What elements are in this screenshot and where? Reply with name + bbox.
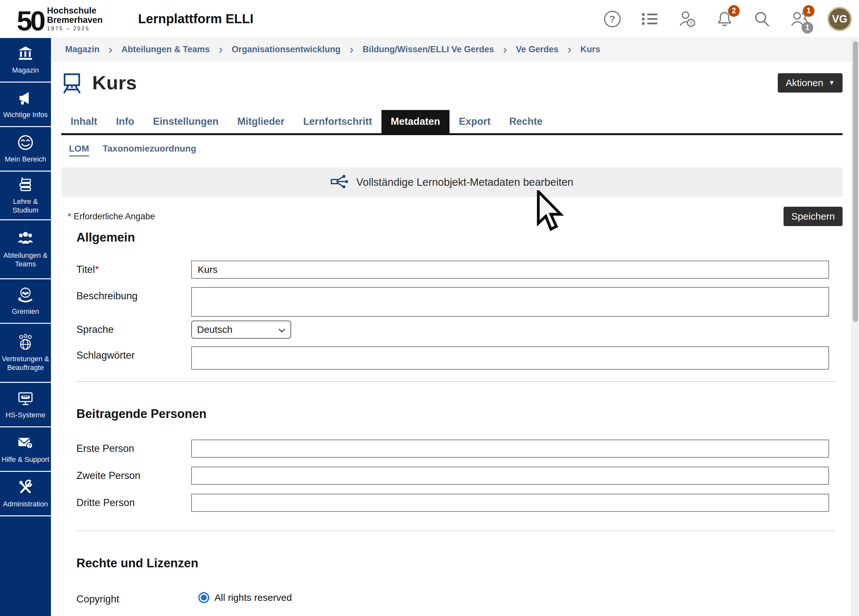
subtab-taxonomiezuordnung[interactable]: Taxonomiezuordnung [103, 144, 196, 156]
sidebar: Magazin Wichtige Infos Mein Bereich Lehr… [0, 38, 51, 616]
sub-tab-bar: LOM Taxonomiezuordnung [69, 144, 843, 156]
sprache-select[interactable]: Deutsch [191, 321, 291, 339]
university-logo[interactable]: 50 Hochschule Bremerhaven 1975 – 2025 [17, 6, 103, 31]
erste-person-label: Erste Person [61, 439, 191, 454]
megaphone-icon [17, 89, 34, 107]
tools-icon [17, 478, 34, 496]
actions-button-label: Aktionen [786, 77, 823, 88]
search-icon[interactable] [753, 10, 771, 28]
breadcrumb-separator: › [219, 44, 223, 55]
tab-mitglieder[interactable]: Mitglieder [228, 110, 294, 133]
beschreibung-textarea[interactable] [191, 287, 829, 317]
sidebar-item-administration[interactable]: Administration [0, 472, 51, 516]
section-allgemein: Allgemein [77, 231, 843, 244]
beschreibung-label: Beschreibung [61, 287, 191, 302]
scrollbar [851, 38, 859, 616]
help-icon[interactable]: ? [603, 10, 622, 28]
people-group-icon [17, 230, 34, 247]
required-note: *Erforderliche Angabe [68, 211, 155, 222]
svg-text:?: ? [609, 14, 615, 24]
section-rechte-lizenzen: Rechte und Lizenzen [77, 557, 843, 570]
breadcrumb-separator: › [503, 44, 507, 55]
breadcrumb-kurs[interactable]: Kurs [580, 44, 600, 55]
subtab-lom[interactable]: LOM [69, 144, 89, 156]
chevron-down-icon: ▼ [828, 79, 835, 86]
schlagwoerter-input[interactable] [191, 346, 829, 370]
logo-line2: Bremerhaven [47, 16, 103, 25]
section-divider [77, 530, 836, 531]
breadcrumb-magazin[interactable]: Magazin [65, 44, 100, 55]
actions-button[interactable]: Aktionen ▼ [778, 73, 843, 92]
course-easel-icon [61, 72, 83, 94]
svg-text:***: *** [23, 394, 28, 400]
sidebar-filler [0, 516, 51, 616]
monitor-icon: *** [17, 389, 34, 407]
breadcrumb-organisationsentwicklung[interactable]: Organisationsentwicklung [232, 44, 341, 55]
app-title: Lernplattform ELLI [138, 12, 253, 26]
sidebar-item-wichtige-infos[interactable]: Wichtige Infos [0, 83, 51, 127]
sidebar-item-hs-systeme[interactable]: *** HS-Systeme [0, 383, 51, 427]
erste-person-input[interactable] [191, 439, 829, 458]
tab-info[interactable]: Info [107, 110, 144, 133]
notifications-bell-icon[interactable]: 2 [715, 10, 734, 28]
save-button[interactable]: Speichern [784, 207, 843, 226]
top-header: 50 Hochschule Bremerhaven 1975 – 2025 Le… [0, 0, 859, 38]
copyright-label: Copyright [61, 590, 191, 605]
breadcrumb-ve-gerdes[interactable]: Ve Gerdes [516, 44, 559, 55]
sprache-label: Sprache [61, 321, 191, 335]
radio-dot [201, 595, 207, 600]
chevron-down-icon [278, 324, 285, 335]
breadcrumb-separator: › [350, 44, 353, 55]
logo-50: 50 [17, 10, 44, 31]
logo-years: 1975 – 2025 [47, 26, 103, 31]
dritte-person-label: Dritte Person [61, 494, 191, 509]
edit-full-metadata-banner[interactable]: Vollständige Lernobjekt-Metadaten bearbe… [61, 167, 843, 197]
main-area: Magazin › Abteilungen & Teams › Organisa… [51, 38, 851, 616]
contacts-new-badge: 1 [803, 5, 815, 17]
page: 50 Hochschule Bremerhaven 1975 – 2025 Le… [0, 0, 859, 616]
scrollbar-thumb[interactable] [853, 41, 858, 322]
banner-label: Vollständige Lernobjekt-Metadaten bearbe… [356, 176, 573, 188]
bank-icon [17, 45, 34, 62]
tab-bar: Inhalt Info Einstellungen Mitglieder Ler… [61, 110, 843, 135]
sidebar-item-mein-bereich[interactable]: Mein Bereich [0, 127, 51, 172]
tab-rechte[interactable]: Rechte [500, 110, 552, 133]
books-icon [17, 176, 34, 194]
section-beitragende-personen: Beitragende Personen [77, 407, 843, 421]
sidebar-item-magazin[interactable]: Magazin [0, 38, 51, 83]
breadcrumb-abteilungen-teams[interactable]: Abteilungen & Teams [122, 44, 210, 55]
tab-export[interactable]: Export [450, 110, 500, 133]
dritte-person-input[interactable] [191, 494, 829, 512]
svg-text:!: ! [690, 20, 692, 27]
contacts-icon[interactable]: 1 1 [790, 10, 809, 28]
tab-lernfortschritt[interactable]: Lernfortschritt [294, 110, 381, 133]
avatar[interactable]: VG [828, 7, 852, 31]
sidebar-item-gremien[interactable]: Gremien [0, 279, 51, 324]
contacts-online-badge: 1 [801, 22, 813, 34]
page-title: Kurs [92, 72, 137, 94]
sprache-select-value: Deutsch [197, 324, 233, 335]
list-icon[interactable] [640, 10, 659, 28]
breadcrumb: Magazin › Abteilungen & Teams › Organisa… [51, 38, 851, 61]
breadcrumb-separator: › [109, 44, 112, 55]
breadcrumb-bildung-wissen[interactable]: Bildung/Wissen/ELLI Ve Gerdes [362, 44, 494, 55]
titel-label: Titel* [61, 261, 191, 275]
sidebar-item-lehre-studium[interactable]: Lehre & Studium [0, 172, 51, 220]
copyright-radio[interactable] [198, 592, 209, 603]
metadata-hub-icon [331, 174, 349, 190]
committee-icon [17, 286, 34, 303]
mail-question-icon: ? [17, 434, 34, 452]
user-status-icon[interactable]: ! [678, 10, 697, 28]
sidebar-item-vertretungen-beauftragte[interactable]: Vertretungen & Beauftragte [0, 324, 51, 383]
notifications-badge: 2 [728, 5, 740, 17]
globe-people-icon [17, 333, 34, 351]
tab-metadaten[interactable]: Metadaten [381, 110, 450, 133]
copyright-option-label: All rights reserved [214, 592, 292, 603]
tab-inhalt[interactable]: Inhalt [61, 110, 107, 133]
sidebar-item-abteilungen-teams[interactable]: Abteilungen & Teams [0, 220, 51, 279]
save-button-label: Speichern [791, 211, 835, 222]
tab-einstellungen[interactable]: Einstellungen [144, 110, 228, 133]
sidebar-item-hilfe-support[interactable]: ? Hilfe & Support [0, 427, 51, 472]
titel-input[interactable] [191, 261, 829, 279]
zweite-person-input[interactable] [191, 467, 829, 485]
